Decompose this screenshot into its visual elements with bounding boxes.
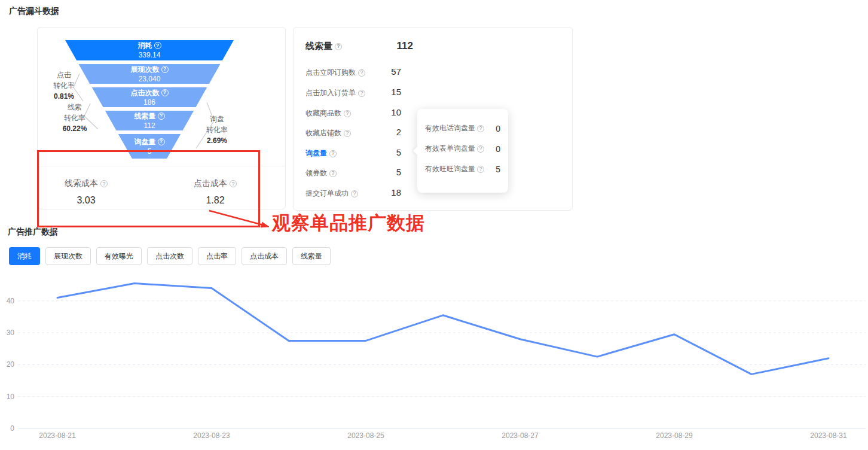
funnel-level-1[interactable]: 消耗?339.14 (65, 40, 234, 60)
help-icon[interactable]: ? (335, 43, 342, 50)
metrics-header-value: 112 (365, 40, 413, 52)
tab-点击成本[interactable]: 点击成本 (242, 247, 287, 265)
metric-tabs: 消耗展现次数有效曝光点击次数点击率点击成本线索量 (9, 247, 331, 265)
y-tick-label: 20 (7, 360, 15, 369)
ad-dashboard-page: 广告漏斗数据 消耗?339.14展现次数?23,040点击次数?186线索量?1… (0, 0, 868, 450)
click-cost-label: 点击成本 (194, 178, 227, 189)
funnel-level-label-text: 展现次数 (131, 65, 160, 74)
metric-row-4: 收藏店铺数?2 (305, 128, 351, 139)
click-rate-label: 点击 转化率 0.81% (45, 69, 83, 102)
help-icon[interactable]: ? (158, 138, 165, 145)
tab-点击次数[interactable]: 点击次数 (147, 247, 192, 265)
x-tick-label: 2023-08-27 (502, 431, 539, 440)
funnel-section-title: 广告漏斗数据 (9, 6, 59, 17)
click-cost-value: 1.82 (170, 195, 260, 206)
metric-row-label: 点击立即订购数? (305, 68, 365, 78)
help-icon[interactable]: ? (358, 69, 365, 77)
metric-row-label-text: 点击立即订购数 (305, 68, 356, 78)
metric-row-label-text: 收藏商品数 (305, 108, 341, 118)
tab-线索量[interactable]: 线索量 (292, 247, 331, 265)
lead-rate-value: 60.22% (56, 123, 94, 134)
metrics-header-row: 线索量? 112 (305, 41, 560, 53)
funnel-card-divider (38, 166, 285, 166)
inquiry-rate-label: 询盘 转化率 2.69% (198, 114, 236, 146)
tab-有效曝光[interactable]: 有效曝光 (96, 247, 142, 265)
metric-row-label: 询盘量? (305, 148, 337, 159)
funnel-card: 消耗?339.14展现次数?23,040点击次数?186线索量?112询盘量?5… (37, 27, 286, 209)
help-icon[interactable]: ? (477, 145, 484, 153)
funnel-level-value: 23,040 (65, 75, 234, 83)
trend-line-series[interactable] (57, 284, 829, 375)
metric-row-value: 5 (365, 147, 401, 157)
lead-cost-label: 线索成本 (65, 178, 98, 189)
funnel-level-2[interactable]: 展现次数?23,040 (65, 64, 234, 84)
metric-row-2: 点击加入订货单?15 (305, 88, 365, 99)
metric-row-value: 15 (365, 87, 401, 97)
popup-row-2: 有效表单询盘量?0 (425, 144, 500, 154)
help-icon[interactable]: ? (161, 66, 169, 73)
lead-cost-value: 3.03 (41, 195, 131, 206)
funnel-level-label-text: 线索量 (135, 112, 156, 120)
x-tick-label: 2023-08-21 (39, 431, 76, 440)
help-icon[interactable]: ? (358, 90, 365, 97)
metric-row-label-text: 提交订单成功 (305, 188, 349, 199)
metric-row-value: 57 (365, 66, 401, 77)
tab-展现次数[interactable]: 展现次数 (45, 247, 91, 265)
metric-row-3: 收藏商品数?10 (305, 108, 351, 119)
popup-row-value: 0 (496, 124, 500, 133)
x-tick-label: 2023-08-25 (347, 431, 384, 440)
popup-row-label-text: 有效旺旺询盘量 (425, 164, 475, 174)
help-icon[interactable]: ? (230, 180, 237, 187)
popup-row-label: 有效表单询盘量? (425, 144, 484, 154)
popup-row-label-text: 有效表单询盘量 (425, 144, 475, 154)
metric-row-1: 点击立即订购数?57 (305, 68, 365, 78)
metric-row-value: 10 (365, 107, 401, 117)
metric-row-5[interactable]: 询盘量?5 (305, 148, 337, 159)
metric-row-6: 领券数?5 (305, 168, 337, 179)
metric-row-label: 领券数? (305, 168, 337, 178)
lead-rate-label: 线索 转化率 60.22% (56, 102, 94, 134)
funnel-level-value: 339.14 (65, 51, 234, 59)
funnel-level-label-text: 消耗 (138, 41, 152, 50)
x-tick-label: 2023-08-29 (656, 431, 693, 440)
click-cost-block: 点击成本? 1.82 (170, 178, 260, 206)
metric-row-label-text: 询盘量 (305, 148, 327, 159)
funnel-level-label-text: 询盘量 (135, 138, 156, 146)
help-icon[interactable]: ? (477, 125, 484, 132)
help-icon[interactable]: ? (158, 113, 165, 120)
popup-row-label: 有效旺旺询盘量? (425, 164, 484, 174)
trend-chart[interactable]: 0102030402023-08-212023-08-232023-08-252… (0, 275, 868, 450)
help-icon[interactable]: ? (154, 42, 161, 49)
metric-row-label-text: 领券数 (305, 168, 327, 178)
y-tick-label: 10 (7, 393, 15, 401)
metric-row-7: 提交订单成功?18 (305, 188, 358, 199)
tab-点击率[interactable]: 点击率 (198, 247, 236, 265)
funnel-level-label: 点击次数? (65, 89, 234, 97)
funnel-level-label-text: 点击次数 (131, 89, 160, 97)
help-icon[interactable]: ? (344, 130, 351, 137)
popup-row-value: 5 (496, 165, 500, 174)
help-icon[interactable]: ? (477, 166, 484, 173)
tab-消耗[interactable]: 消耗 (9, 247, 40, 265)
help-icon[interactable]: ? (344, 110, 351, 117)
x-tick-label: 2023-08-31 (810, 431, 847, 440)
metric-row-value: 2 (365, 127, 401, 137)
metric-row-label: 收藏店铺数? (305, 128, 351, 138)
popup-row-label-text: 有效电话询盘量 (425, 123, 475, 133)
help-icon[interactable]: ? (329, 170, 337, 177)
x-tick-label: 2023-08-23 (193, 431, 230, 440)
y-tick-label: 40 (7, 297, 15, 305)
metric-row-label: 提交订单成功? (305, 188, 358, 199)
y-tick-label: 0 (10, 424, 14, 433)
metric-row-label-text: 点击加入订货单 (305, 88, 356, 98)
metric-row-value: 5 (365, 167, 401, 177)
popup-row-1: 有效电话询盘量?0 (425, 123, 500, 133)
y-tick-label: 30 (7, 329, 15, 337)
annotation-text: 观察单品推广数据 (272, 214, 425, 232)
metric-row-label: 收藏商品数? (305, 108, 351, 118)
inquiry-breakdown-popup: 有效电话询盘量?0有效表单询盘量?0有效旺旺询盘量?5 (417, 109, 508, 193)
help-icon[interactable]: ? (351, 190, 358, 197)
help-icon[interactable]: ? (161, 89, 169, 96)
help-icon[interactable]: ? (329, 150, 337, 157)
help-icon[interactable]: ? (100, 180, 108, 187)
